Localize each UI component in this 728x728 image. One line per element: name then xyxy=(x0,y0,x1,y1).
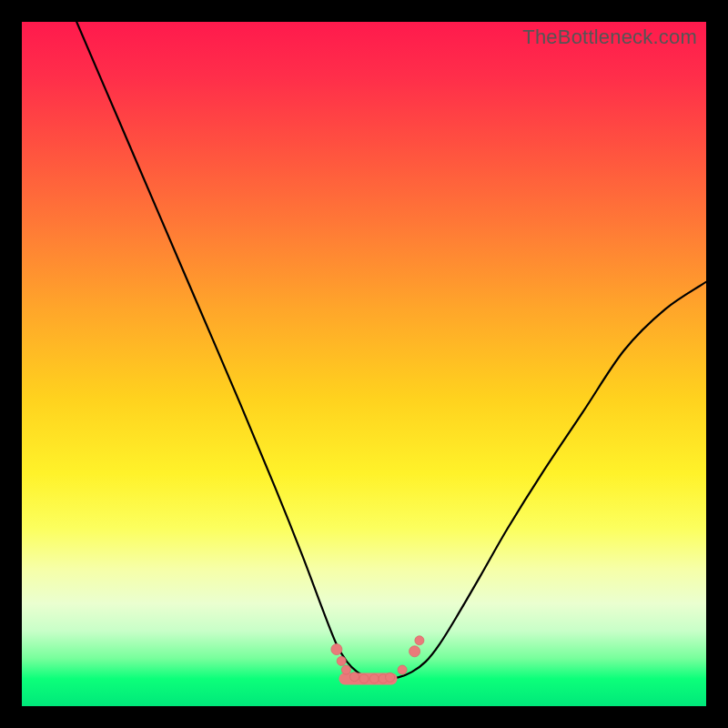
svg-point-5 xyxy=(369,674,379,683)
svg-point-3 xyxy=(350,672,359,682)
svg-point-9 xyxy=(410,646,420,657)
svg-point-2 xyxy=(341,665,350,674)
svg-point-4 xyxy=(359,674,369,683)
svg-point-1 xyxy=(337,656,346,665)
curve-right xyxy=(385,282,706,679)
svg-point-10 xyxy=(415,636,424,645)
chart-frame: TheBottleneck.com xyxy=(0,0,728,728)
svg-point-0 xyxy=(331,644,342,655)
curve-left xyxy=(76,22,384,679)
svg-point-7 xyxy=(386,672,395,682)
plot-area: TheBottleneck.com xyxy=(22,22,706,706)
svg-point-8 xyxy=(398,665,407,674)
curve-layer xyxy=(22,22,706,706)
